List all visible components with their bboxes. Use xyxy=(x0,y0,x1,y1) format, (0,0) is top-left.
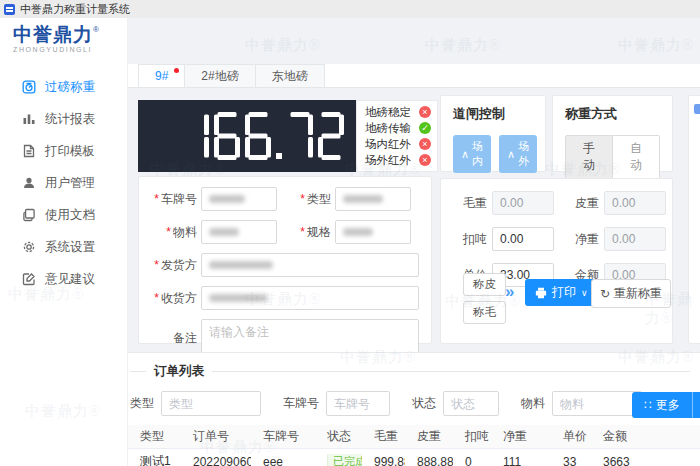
type-field[interactable] xyxy=(335,187,411,211)
chevron-up-icon: ∧ xyxy=(507,148,515,161)
orders-divider: 订单列表 xyxy=(128,353,700,380)
sidebar-item-weighing[interactable]: 过磅称重 xyxy=(0,71,127,103)
sidebar-item-reports[interactable]: 统计报表 xyxy=(0,103,127,135)
deduct-label: 扣吨 xyxy=(451,231,487,248)
brand-logo-text: 中誉鼎力 xyxy=(13,24,93,45)
status-infrared-outside: 场外红外 × xyxy=(365,153,431,168)
print-template-icon xyxy=(22,144,36,158)
gate-control-title: 道闸控制 xyxy=(453,105,533,123)
redacted-value xyxy=(343,195,383,203)
main-content: 9# 2#地磅 东地磅 地磅稳定 × 地磅传输 ✓ 场内红外 xyxy=(128,18,700,466)
sidebar-item-label: 统计报表 xyxy=(45,111,95,128)
sidebar-item-feedback[interactable]: 意见建议 xyxy=(0,263,127,295)
plate-field[interactable] xyxy=(201,187,277,211)
camera-snapshot-icon[interactable] xyxy=(694,104,700,114)
tab-scale-2[interactable]: 2#地磅 xyxy=(185,64,255,87)
material-field[interactable] xyxy=(201,220,277,244)
filter-material-label: 物料 xyxy=(521,395,545,412)
table-row[interactable]: 测试1 202209060002 eee 已完成 999.88 888.88 0… xyxy=(128,449,700,466)
redacted-value xyxy=(209,261,273,269)
weigh-icon xyxy=(22,80,36,94)
print-button[interactable]: 打印 ∨ xyxy=(525,279,598,306)
redacted-value xyxy=(209,294,267,302)
docs-icon xyxy=(22,208,36,222)
search-button[interactable]: 搜索 xyxy=(692,392,700,418)
sidebar-item-users[interactable]: 用户管理 xyxy=(0,167,127,199)
filter-status-input[interactable] xyxy=(443,391,499,416)
tab-alert-dot xyxy=(174,68,179,73)
tab-scale-east[interactable]: 东地磅 xyxy=(256,64,325,87)
more-button[interactable]: ∷ 更多 xyxy=(632,392,692,418)
status-scale-stable: 地磅稳定 × xyxy=(365,105,431,120)
weigh-gross-button[interactable]: 称毛 xyxy=(463,301,506,324)
led-decimal-point xyxy=(276,153,282,159)
mode-manual-button[interactable]: 手动 xyxy=(565,135,613,179)
sender-field[interactable] xyxy=(201,253,419,277)
app-logo-icon xyxy=(4,4,15,15)
table-header-row: 类型 订单号 车牌号 状态 毛重 皮重 扣吨 净重 单价 金额 xyxy=(128,425,700,449)
cell-status: 已完成 xyxy=(315,454,362,466)
mode-auto-button[interactable]: 自动 xyxy=(613,135,660,179)
cell-type: 测试1 xyxy=(128,453,181,466)
printer-icon xyxy=(535,287,547,299)
status-label: 地磅稳定 xyxy=(365,105,411,120)
cell-order-no: 202209060002 xyxy=(181,455,251,466)
sidebar-nav: 过磅称重 统计报表 打印模板 用户管理 使用文档 系统设置 xyxy=(0,71,127,295)
cell-tare: 888.88 xyxy=(405,455,453,466)
tab-scale-9[interactable]: 9# xyxy=(138,64,185,87)
redacted-value xyxy=(209,195,245,203)
sidebar-item-docs[interactable]: 使用文档 xyxy=(0,199,127,231)
led-digit xyxy=(318,112,344,160)
weight-led-display xyxy=(138,100,356,172)
filter-material-input[interactable] xyxy=(552,391,642,416)
cell-amount: 3663 xyxy=(591,455,647,466)
feedback-icon xyxy=(22,272,36,286)
tare-weight-label: 皮重 xyxy=(563,195,599,212)
settings-gear-icon xyxy=(22,240,36,254)
sidebar: 中誉鼎力® ZHONGYUDINGLI 过磅称重 统计报表 打印模板 用户管理 xyxy=(0,18,128,466)
sidebar-item-label: 用户管理 xyxy=(45,175,95,192)
weigh-tare-button[interactable]: 称皮 xyxy=(463,273,506,296)
reweigh-button[interactable]: ↻ 重新称重 xyxy=(591,279,671,308)
filter-actions: ∷ 更多 搜索 xyxy=(632,392,700,418)
sidebar-item-label: 过磅称重 xyxy=(45,79,95,96)
col-order-no: 订单号 xyxy=(181,428,251,445)
weigh-mode-card: 称重方式 手动 自动 xyxy=(552,95,673,172)
error-icon: × xyxy=(419,154,431,166)
cell-price: 33 xyxy=(551,455,591,466)
status-label: 地磅传输 xyxy=(365,121,411,136)
sender-label: 发货方 xyxy=(151,257,197,274)
cell-plate: eee xyxy=(251,455,315,466)
col-deduct: 扣吨 xyxy=(453,428,491,445)
sidebar-item-print-templates[interactable]: 打印模板 xyxy=(0,135,127,167)
orders-title: 订单列表 xyxy=(154,363,204,380)
brand-logo-subtext: ZHONGYUDINGLI xyxy=(13,46,127,53)
gate-outside-button[interactable]: ∧场外 xyxy=(499,135,537,173)
plate-label: 车牌号 xyxy=(151,191,197,208)
sidebar-item-label: 意见建议 xyxy=(45,271,95,288)
window-titlebar: 中誉鼎力称重计量系统 xyxy=(0,0,700,18)
chevron-down-icon: ∨ xyxy=(581,288,588,298)
status-label: 场外红外 xyxy=(365,153,411,168)
receiver-field[interactable] xyxy=(201,286,419,310)
error-icon: × xyxy=(419,138,431,150)
double-chevron-icon: » xyxy=(505,282,511,302)
orders-filters: 类型 车牌号 状态 物料 xyxy=(130,391,700,416)
gate-inside-button[interactable]: ∧场内 xyxy=(453,135,491,173)
sidebar-item-settings[interactable]: 系统设置 xyxy=(0,231,127,263)
spec-field[interactable] xyxy=(335,220,411,244)
material-label: 物料 xyxy=(151,224,197,241)
col-tare: 皮重 xyxy=(405,428,453,445)
user-icon xyxy=(22,176,36,190)
sidebar-item-label: 系统设置 xyxy=(45,239,95,256)
filter-status-label: 状态 xyxy=(412,395,436,412)
filter-type-input[interactable] xyxy=(161,391,261,416)
col-plate: 车牌号 xyxy=(251,428,315,445)
cell-net: 111 xyxy=(491,455,551,466)
col-gross: 毛重 xyxy=(362,428,405,445)
tab-label: 2#地磅 xyxy=(201,68,238,85)
refresh-icon: ↻ xyxy=(600,287,610,301)
filter-plate-input[interactable] xyxy=(326,391,390,416)
scale-status-panel: 地磅稳定 × 地磅传输 ✓ 场内红外 × 场外红外 × xyxy=(356,100,438,172)
deduct-field[interactable] xyxy=(492,227,554,251)
